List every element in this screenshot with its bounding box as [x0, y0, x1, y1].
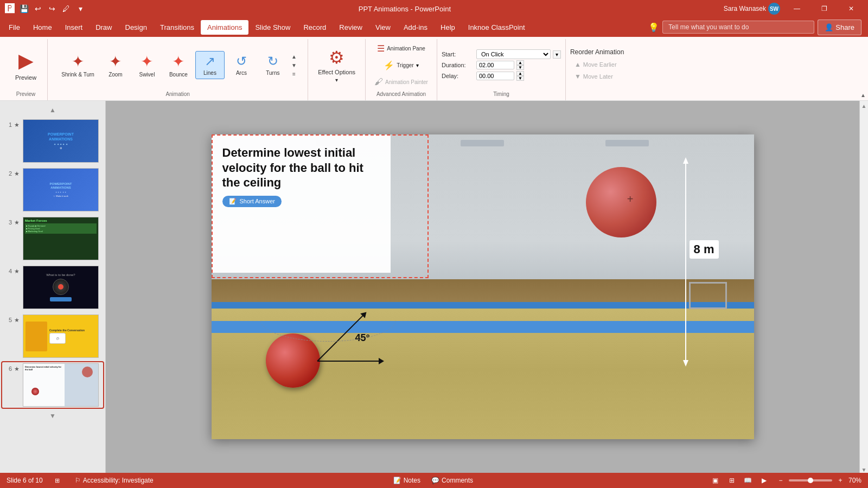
- animation-bounce[interactable]: ✦ Bounce: [164, 50, 193, 80]
- duration-up[interactable]: ▲: [516, 60, 524, 65]
- arcs-label: Arcs: [236, 70, 247, 76]
- quick-access-icon[interactable]: 🖊: [61, 3, 72, 14]
- vertical-arrow: [685, 162, 686, 362]
- lightbulb-icon[interactable]: 💡: [648, 22, 659, 33]
- animation-swivel[interactable]: ✦ Swivel: [132, 50, 162, 80]
- timing-delay-row: Delay: ▲ ▼: [442, 71, 561, 81]
- animation-lines[interactable]: ↗ Lines: [195, 51, 225, 79]
- save-icon[interactable]: 💾: [18, 3, 29, 14]
- slide-item-5[interactable]: 5 ★ Complete the Conversation 💬: [2, 313, 103, 359]
- zoom-out-button[interactable]: −: [775, 474, 787, 486]
- menu-draw[interactable]: Draw: [89, 20, 118, 35]
- scroll-more-arrow[interactable]: ≡: [290, 70, 298, 78]
- effect-options-content: ⚙ Effect Options ▾: [312, 41, 361, 89]
- menu-classpoint[interactable]: Inknoe ClassPoint: [462, 20, 532, 35]
- slide-item-2[interactable]: 2 ★ POWERPOINTANIMATIONS ✦ ✦ ✦ ✦ ✦ ☆ Mak…: [2, 167, 103, 213]
- redo-icon[interactable]: ↪: [47, 3, 58, 14]
- status-bar: Slide 6 of 10 ⊞ ⚐ Accessibility: Investi…: [0, 473, 868, 488]
- slides-scroll-down[interactable]: ▼: [2, 411, 103, 421]
- menu-design[interactable]: Design: [119, 20, 154, 35]
- bounce-label: Bounce: [169, 72, 188, 78]
- notes-button[interactable]: 📝 Notes: [390, 476, 424, 485]
- animation-zoom[interactable]: ✦ Zoom: [101, 50, 130, 80]
- red-ball[interactable]: [266, 333, 320, 388]
- short-answer-button[interactable]: 📝 Short Answer: [222, 196, 282, 207]
- menu-review[interactable]: Review: [333, 20, 369, 35]
- animation-painter-button[interactable]: 🖌 Animation Painter: [370, 75, 432, 89]
- duration-down[interactable]: ▼: [516, 65, 524, 70]
- duration-input[interactable]: [476, 61, 514, 69]
- menu-view[interactable]: View: [369, 20, 397, 35]
- minimize-button[interactable]: —: [784, 0, 809, 17]
- menu-insert[interactable]: Insert: [59, 20, 90, 35]
- right-scroll-up[interactable]: ▲: [861, 103, 867, 109]
- move-later-button[interactable]: ▼ Move Later: [570, 71, 624, 82]
- red-circle[interactable]: [586, 167, 656, 237]
- main-area: ▲ 1 ★ POWERPOINTANIMATIONS ✦ ✦ ✦ ✦ ✦ ⚙ 2…: [0, 101, 868, 473]
- slide-num-1: 1: [3, 121, 12, 128]
- share-label: Share: [835, 23, 854, 31]
- slide-item-6[interactable]: 6 ★ Determine lowest initial velocity fo…: [2, 362, 103, 408]
- share-button[interactable]: 👤 Share: [818, 20, 861, 35]
- slideshow-view-button[interactable]: ▶: [758, 474, 770, 486]
- animation-arcs[interactable]: ↺ Arcs: [227, 52, 256, 79]
- menu-help[interactable]: Help: [434, 20, 462, 35]
- bounce-icon: ✦: [172, 53, 184, 70]
- trigger-button[interactable]: ⚡ Trigger ▾: [370, 58, 432, 73]
- scroll-up-arrow[interactable]: ▲: [290, 53, 298, 60]
- slide-item-1[interactable]: 1 ★ POWERPOINTANIMATIONS ✦ ✦ ✦ ✦ ✦ ⚙: [2, 118, 103, 164]
- user-avatar[interactable]: SW: [768, 3, 780, 15]
- comments-icon: 💬: [431, 477, 439, 484]
- animation-pane-button[interactable]: ☰ Animation Pane: [370, 41, 432, 56]
- slide-canvas[interactable]: Determine lowest initial velocity for th…: [212, 134, 754, 439]
- customize-icon[interactable]: ▾: [75, 3, 86, 14]
- animation-pane-label: Animation Pane: [387, 46, 425, 52]
- comments-button[interactable]: 💬 Comments: [428, 476, 476, 485]
- menu-transitions[interactable]: Transitions: [154, 20, 201, 35]
- timing-controls: Start: On Click With Previous After Prev…: [442, 49, 561, 81]
- move-earlier-button[interactable]: ▲ Move Earlier: [570, 59, 624, 70]
- animation-scroll-arrows: ▲ ▼ ≡: [290, 53, 298, 78]
- preview-group-label: Preview: [16, 89, 36, 98]
- preview-button[interactable]: ▶ Preview: [9, 45, 43, 85]
- basket-right: [689, 282, 727, 309]
- animation-turns[interactable]: ↻ Turns: [258, 52, 288, 79]
- delay-up[interactable]: ▲: [516, 71, 524, 76]
- ball-arrow-horizontal: [317, 361, 380, 362]
- scroll-down-arrow[interactable]: ▼: [290, 61, 298, 69]
- accessibility-info[interactable]: ⚐ Accessibility: Investigate: [72, 476, 157, 485]
- slides-scroll-up[interactable]: ▲: [2, 105, 103, 115]
- slide-notes-toggle[interactable]: ⊞: [52, 476, 63, 485]
- delay-down[interactable]: ▼: [516, 76, 524, 81]
- reading-view-button[interactable]: 📖: [742, 474, 754, 486]
- slide-item-4[interactable]: 4 ★ What is to be done?: [2, 265, 103, 310]
- right-scroll-down[interactable]: ▼: [861, 467, 867, 473]
- normal-view-button[interactable]: ▣: [710, 474, 722, 486]
- slide-item-3[interactable]: 3 ★ Market Forces ■ Supply ■ Demand■ Pri…: [2, 216, 103, 261]
- effect-options-button[interactable]: ⚙ Effect Options ▾: [312, 45, 361, 85]
- zoom-slider[interactable]: [789, 479, 832, 481]
- undo-icon[interactable]: ↩: [33, 3, 43, 14]
- zoom-in-button[interactable]: +: [834, 474, 846, 486]
- menu-home[interactable]: Home: [27, 20, 59, 35]
- text-overlay: Determine lowest initial velocity for th…: [212, 134, 391, 273]
- delay-input[interactable]: [476, 72, 514, 80]
- restore-button[interactable]: ❐: [812, 0, 837, 17]
- start-select[interactable]: On Click With Previous After Previous: [476, 49, 551, 59]
- slide-thumb-4: What is to be done?: [23, 266, 99, 309]
- menu-slideshow[interactable]: Slide Show: [248, 20, 297, 35]
- slide-sorter-button[interactable]: ⊞: [726, 474, 738, 486]
- menu-record[interactable]: Record: [297, 20, 333, 35]
- menu-animations[interactable]: Animations: [201, 20, 248, 35]
- slide-star-4: ★: [14, 268, 21, 275]
- close-button[interactable]: ✕: [839, 0, 864, 17]
- start-dropdown-btn[interactable]: ▾: [553, 50, 561, 59]
- ribbon-expand-button[interactable]: ▲: [860, 92, 866, 98]
- search-box[interactable]: Tell me what you want to do: [662, 21, 814, 34]
- measure-label: 8 m: [690, 240, 719, 259]
- duration-label: Duration:: [442, 62, 474, 68]
- ribbon-group-preview: ▶ Preview Preview: [4, 39, 48, 100]
- animation-shrink-turn[interactable]: ✦ Shrink & Turn: [57, 50, 99, 80]
- menu-file[interactable]: File: [2, 20, 27, 35]
- menu-addins[interactable]: Add-ins: [397, 20, 434, 35]
